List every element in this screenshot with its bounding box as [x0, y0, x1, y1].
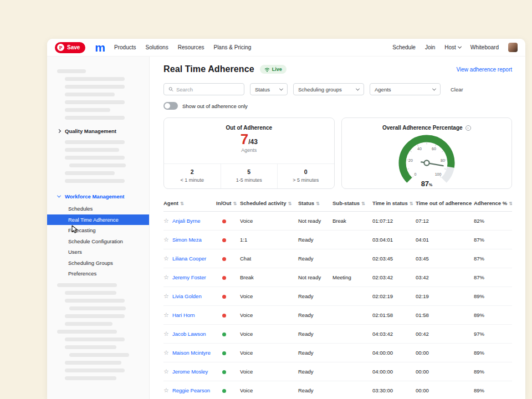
time-in-status-cell: 04:00:00 [372, 362, 416, 381]
scheduled-activity-cell: Voice [240, 306, 298, 325]
nav-resources[interactable]: Resources [178, 44, 204, 50]
skeleton-bar [65, 322, 112, 326]
nav-host[interactable]: Host [444, 44, 461, 50]
agents-dropdown[interactable]: Agents [370, 83, 441, 95]
table-row: ☆Hari HornVoiceReady02:01:5801:5889% [163, 306, 512, 325]
nav-schedule[interactable]: Schedule [392, 44, 416, 50]
star-icon[interactable]: ☆ [163, 217, 169, 224]
col-in-out: In/Out⇅ [216, 198, 240, 212]
nav-whiteboard[interactable]: Whiteboard [470, 44, 499, 50]
status-dropdown[interactable]: Status [250, 83, 288, 95]
status-cell: Ready [298, 362, 332, 381]
sort-icon[interactable]: ⇅ [316, 201, 320, 206]
star-icon[interactable]: ☆ [163, 255, 169, 262]
skeleton-bar [65, 299, 125, 303]
sidebar-item-forecasting[interactable]: Forecasting [47, 225, 149, 236]
sidebar-item-scheduling-groups[interactable]: Scheduling Groups [47, 258, 149, 269]
time-out-of-adherence-cell: 03:45 [416, 249, 474, 268]
adherence-cell: 89% [474, 306, 512, 325]
page-background: P Save m Products Solutions Resources Pl… [0, 0, 532, 399]
breakdown-value: 0 [278, 168, 334, 175]
time-out-of-adherence-cell: 07:12 [416, 212, 474, 231]
nav-plans-pricing[interactable]: Plans & Pricing [213, 44, 251, 50]
clear-filters-button[interactable]: Clear [451, 86, 463, 93]
status-dropdown-label: Status [255, 86, 270, 93]
sidebar-item-users[interactable]: Users [47, 247, 149, 258]
nav-join[interactable]: Join [425, 44, 435, 50]
user-avatar[interactable] [508, 43, 518, 52]
sub-status-cell [332, 231, 372, 249]
page-title: Real Time Adherence [163, 64, 254, 74]
sub-status-cell [332, 362, 372, 381]
sub-status-cell [332, 306, 372, 325]
out-of-adherence-toggle[interactable] [163, 102, 178, 110]
agent-link[interactable]: Anjali Byrne [172, 218, 201, 224]
chevron-down-icon [356, 86, 360, 90]
inout-status-dot [222, 219, 226, 223]
skeleton-bar [57, 69, 86, 73]
nav-products[interactable]: Products [114, 44, 136, 50]
sidebar-section-quality-management[interactable]: Quality Management [47, 125, 149, 136]
scheduling-groups-dropdown[interactable]: Scheduling groups [293, 83, 364, 95]
sort-icon[interactable]: ⇅ [288, 201, 291, 206]
breakdown-label: 1-5 minutes [221, 177, 278, 183]
info-icon[interactable]: i [466, 125, 471, 131]
agent-link[interactable]: Livia Golden [172, 293, 202, 299]
zoom-logo[interactable]: m [95, 42, 105, 53]
agent-link[interactable]: Maison Mcintyre [172, 350, 211, 356]
inout-status-dot [222, 351, 226, 355]
time-in-status-cell: 02:03:45 [372, 249, 416, 268]
agent-link[interactable]: Hari Horn [172, 312, 195, 318]
sub-status-cell [332, 325, 372, 344]
sidebar-skeleton-group [47, 69, 149, 120]
sort-icon[interactable]: ⇅ [509, 201, 512, 206]
agent-link[interactable]: Jacob Lawson [172, 331, 206, 337]
sidebar-item-schedule-configuration[interactable]: Schedule Configuration [47, 236, 149, 247]
star-icon[interactable]: ☆ [163, 274, 169, 280]
agent-link[interactable]: Reggie Pearson [172, 387, 210, 393]
sub-status-cell: Meeting [332, 268, 372, 287]
pinterest-save-button[interactable]: P Save [55, 42, 85, 53]
breakdown-value: 5 [221, 168, 278, 175]
agent-link[interactable]: Liliana Cooper [172, 255, 206, 262]
sort-icon[interactable]: ⇅ [180, 201, 184, 206]
star-icon[interactable]: ☆ [163, 330, 169, 337]
adherence-cell: 82% [474, 212, 512, 231]
scheduled-activity-cell: 1:1 [240, 231, 298, 249]
star-icon[interactable]: ☆ [163, 293, 169, 299]
scheduled-activity-cell: Voice [240, 325, 298, 344]
sidebar-item-preferences[interactable]: Preferences [47, 268, 149, 279]
star-icon[interactable]: ☆ [163, 349, 169, 356]
agent-link[interactable]: Jerome Mosley [172, 369, 208, 375]
adherence-cell: 97% [474, 325, 512, 344]
star-icon[interactable]: ☆ [163, 236, 169, 243]
star-icon[interactable]: ☆ [163, 387, 169, 393]
search-input[interactable] [176, 86, 239, 93]
skeleton-bar [65, 140, 125, 144]
agent-link[interactable]: Jeremy Foster [172, 274, 206, 280]
breakdown-under-1-minute: 2 < 1 minute [164, 164, 221, 188]
sidebar-section-workforce-management[interactable]: Workforce Management [47, 191, 149, 202]
time-out-of-adherence-cell: 02:19 [416, 287, 474, 306]
sort-icon[interactable]: ⇅ [233, 201, 237, 206]
agent-link[interactable]: Simon Meza [172, 237, 202, 243]
inout-cell [216, 249, 240, 268]
sort-icon[interactable]: ⇅ [410, 201, 413, 206]
time-in-status-cell: 02:01:58 [372, 306, 416, 325]
main-content: Real Time Adherence Live View adherence … [150, 57, 525, 399]
sidebar-item-schedules[interactable]: Schedules [47, 203, 149, 214]
nav-solutions[interactable]: Solutions [146, 44, 168, 50]
star-icon[interactable]: ☆ [163, 311, 169, 318]
time-in-status-cell: 04:03:42 [372, 325, 416, 344]
table-row: ☆Anjali ByrneVoiceNot readyBreak01:07:12… [163, 212, 512, 231]
sidebar-item-real-time-adherence[interactable]: Real Time Adherence [47, 214, 149, 226]
star-icon[interactable]: ☆ [163, 368, 169, 375]
sort-icon[interactable]: ⇅ [361, 201, 365, 206]
gauge-tick-label: 40 [417, 147, 422, 151]
skeleton-bar [65, 291, 116, 295]
inout-status-dot [222, 276, 226, 280]
chevron-down-icon [279, 86, 283, 90]
view-adherence-report-link[interactable]: View adherence report [457, 66, 512, 73]
agent-cell: ☆Jeremy Foster [163, 268, 216, 287]
adherence-cell: 89% [474, 381, 512, 399]
